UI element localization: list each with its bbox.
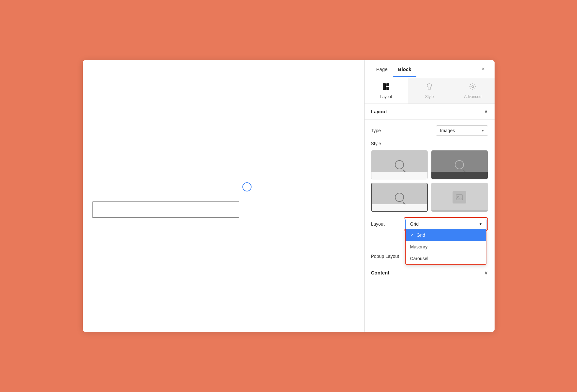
layout-dropdown-trigger[interactable]: Grid ▾ xyxy=(405,219,486,229)
tab-page[interactable]: Page xyxy=(371,61,393,77)
layout-field-label: Layout xyxy=(371,221,404,227)
right-panel: Page Block × Layout xyxy=(364,60,495,332)
style-card-1-bar xyxy=(371,172,428,179)
layout-dropdown-container: Grid ▾ ✓ Grid Masonry xyxy=(405,219,486,229)
style-card-4-photo xyxy=(453,191,466,203)
svg-rect-0 xyxy=(383,83,386,90)
style-card-4-inner xyxy=(431,183,488,212)
carousel-label: Carousel xyxy=(410,256,428,261)
canvas-area xyxy=(83,60,364,332)
type-select-chevron: ▾ xyxy=(482,128,484,133)
tab-block[interactable]: Block xyxy=(393,61,417,77)
svg-rect-1 xyxy=(386,83,389,86)
layout-section-chevron xyxy=(484,108,488,115)
masonry-label: Masonry xyxy=(410,244,428,249)
popup-layout-label: Popup Layout xyxy=(371,254,399,259)
icon-tab-style-label: Style xyxy=(425,94,434,99)
layout-option-masonry[interactable]: Masonry xyxy=(406,241,486,253)
style-card-2-inner xyxy=(431,150,488,179)
layout-icon xyxy=(382,83,390,92)
style-card-3-inner xyxy=(372,183,427,211)
icon-tab-layout-label: Layout xyxy=(380,94,392,99)
advanced-icon xyxy=(469,83,477,92)
svg-rect-2 xyxy=(386,87,389,90)
layout-dropdown-chevron: ▾ xyxy=(480,222,482,226)
content-section-chevron xyxy=(484,270,488,276)
layout-field-row: Layout Grid ▾ ✓ xyxy=(371,217,488,231)
outer-frame: Page Block × Layout xyxy=(77,54,500,338)
style-card-2-bar xyxy=(431,172,488,179)
canvas-circle xyxy=(242,182,252,191)
grid-check: ✓ xyxy=(410,232,414,238)
icon-tabs-row: Layout Style xyxy=(365,78,495,104)
panel-content: Layout Type Images ▾ Style xyxy=(365,104,495,332)
style-card-3-bar xyxy=(372,204,427,211)
layout-option-grid[interactable]: ✓ Grid xyxy=(406,229,486,241)
icon-tab-style[interactable]: Style xyxy=(408,78,451,104)
content-section-header[interactable]: Content xyxy=(365,265,495,280)
svg-point-5 xyxy=(457,196,459,197)
style-card-3-search-icon xyxy=(395,193,404,202)
style-card-4-line xyxy=(431,210,488,212)
icon-tab-advanced[interactable]: Advanced xyxy=(451,78,495,104)
style-cards-grid xyxy=(371,150,488,212)
close-button[interactable]: × xyxy=(479,64,488,74)
style-section-label: Style xyxy=(371,141,488,146)
style-icon xyxy=(426,83,433,92)
style-card-3[interactable] xyxy=(371,183,428,212)
layout-section-body: Type Images ▾ Style xyxy=(365,119,495,265)
type-label: Type xyxy=(371,128,381,133)
icon-tab-advanced-label: Advanced xyxy=(464,94,481,99)
style-card-1-inner xyxy=(371,150,428,179)
style-card-1-search-icon xyxy=(395,160,404,169)
layout-dropdown-highlight: Grid ▾ ✓ Grid Masonry xyxy=(404,217,488,231)
type-row: Type Images ▾ xyxy=(371,125,488,136)
layout-section-title: Layout xyxy=(371,109,387,114)
style-card-4[interactable] xyxy=(431,183,488,212)
canvas-element-box xyxy=(93,202,239,218)
type-select[interactable]: Images ▾ xyxy=(436,125,488,136)
svg-point-3 xyxy=(472,86,474,88)
main-container: Page Block × Layout xyxy=(83,60,495,332)
style-card-1[interactable] xyxy=(371,150,428,179)
layout-selected-value: Grid xyxy=(410,221,419,227)
icon-tab-layout[interactable]: Layout xyxy=(365,78,408,104)
content-section-title: Content xyxy=(371,270,390,275)
panel-header: Page Block × xyxy=(365,60,495,78)
layout-section-header[interactable]: Layout xyxy=(365,104,495,119)
style-card-2-search-icon xyxy=(455,160,464,169)
style-card-2[interactable] xyxy=(431,150,488,179)
type-select-value: Images xyxy=(440,128,455,133)
grid-label: Grid xyxy=(417,232,425,238)
layout-dropdown-menu: ✓ Grid Masonry Carousel xyxy=(405,229,486,265)
layout-option-carousel[interactable]: Carousel xyxy=(406,253,486,264)
